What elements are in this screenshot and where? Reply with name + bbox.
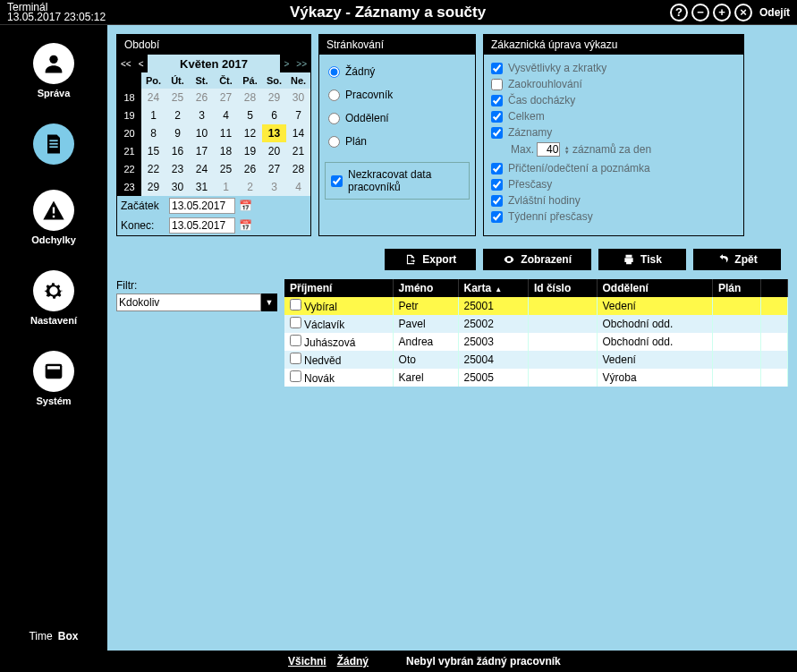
table-row[interactable]: NedvědOto25004Vedení (284, 351, 788, 369)
help-button[interactable]: ? (670, 4, 688, 21)
cal-day[interactable]: 13 (262, 124, 286, 142)
radio-plan[interactable]: Plán (325, 130, 470, 153)
cal-day[interactable]: 11 (214, 124, 238, 142)
exit-label[interactable]: Odejít (759, 6, 790, 19)
cal-day[interactable]: 6 (262, 106, 286, 124)
cal-day[interactable]: 25 (165, 89, 190, 106)
chk-vysvetlivky[interactable]: Vysvětlivky a zkratky (489, 60, 738, 76)
col-plan[interactable]: Plán (712, 279, 760, 297)
max-input[interactable] (537, 142, 560, 157)
cal-day[interactable]: 26 (238, 160, 262, 178)
radio-pracovnik[interactable]: Pracovník (325, 83, 470, 106)
cal-day[interactable]: 30 (286, 89, 310, 106)
cal-day[interactable]: 17 (190, 142, 214, 160)
table-row[interactable]: VáclavíkPavel25002Obchodní odd. (284, 315, 788, 333)
chk-cas[interactable]: Čas docházky (489, 92, 738, 108)
status-zadny[interactable]: Žádný (337, 655, 369, 668)
row-checkbox[interactable] (290, 370, 301, 382)
table-row[interactable]: JuhászováAndrea25003Obchodní odd. (284, 333, 788, 351)
col-id[interactable]: Id číslo (528, 279, 597, 297)
cal-day[interactable]: 1 (214, 178, 238, 196)
cal-day[interactable]: 25 (214, 160, 238, 178)
cal-day[interactable]: 30 (165, 178, 190, 196)
filter-input[interactable] (116, 293, 261, 311)
calendar-icon[interactable]: 📅 (239, 219, 252, 232)
cal-day[interactable]: 14 (286, 124, 310, 142)
cal-day[interactable]: 16 (165, 142, 190, 160)
cal-day[interactable]: 29 (141, 178, 165, 196)
cal-day[interactable]: 18 (214, 142, 238, 160)
cal-day[interactable]: 19 (238, 142, 262, 160)
col-oddeleni[interactable]: Oddělení (597, 279, 712, 297)
cal-day[interactable]: 22 (141, 160, 165, 178)
row-checkbox[interactable] (290, 335, 301, 346)
cal-day[interactable]: 5 (238, 106, 262, 124)
cal-day[interactable]: 15 (141, 142, 165, 160)
cal-day[interactable]: 27 (262, 160, 286, 178)
nav-odchylky[interactable]: Odchylky (31, 190, 76, 245)
cal-day[interactable]: 29 (262, 89, 286, 106)
minus-button[interactable]: − (691, 4, 709, 21)
cal-day[interactable]: 31 (190, 178, 214, 196)
zpet-button[interactable]: Zpět (693, 249, 781, 270)
col-prijmeni[interactable]: Příjmení (284, 279, 393, 297)
chk-pricteni[interactable]: Přičtení/odečtení a poznámka (489, 160, 738, 176)
cal-day[interactable]: 28 (238, 89, 262, 106)
cal-day[interactable]: 1 (141, 106, 165, 124)
cal-day[interactable]: 12 (238, 124, 262, 142)
status-vsichni[interactable]: Všichni (288, 655, 326, 668)
cal-last-button[interactable]: >> (293, 55, 310, 72)
zobrazeni-button[interactable]: Zobrazení (483, 249, 591, 270)
cal-day[interactable]: 24 (141, 89, 165, 106)
cal-day[interactable]: 2 (165, 106, 190, 124)
row-checkbox[interactable] (290, 317, 301, 328)
table-row[interactable]: VybíralPetr25001Vedení (284, 297, 788, 315)
calendar-icon[interactable]: 📅 (239, 200, 252, 212)
row-checkbox[interactable] (290, 353, 301, 364)
plus-button[interactable]: + (713, 4, 731, 21)
cal-day[interactable]: 23 (165, 160, 190, 178)
col-karta[interactable]: Karta▲ (458, 279, 528, 297)
cal-day[interactable]: 28 (286, 160, 310, 178)
radio-oddeleni[interactable]: Oddělení (325, 106, 470, 130)
cal-day[interactable]: 2 (238, 178, 262, 196)
cal-day[interactable]: 3 (262, 178, 286, 196)
chk-zaznamy[interactable]: Záznamy (489, 124, 738, 140)
row-checkbox[interactable] (290, 299, 301, 310)
nav-reports[interactable] (33, 123, 74, 165)
cal-day[interactable]: 4 (286, 178, 310, 196)
spinner-down-icon[interactable]: ▼ (564, 150, 570, 155)
chk-zaokrouhlovani[interactable]: Zaokrouhlování (489, 76, 738, 92)
cal-prev-button[interactable]: < (135, 55, 148, 72)
cal-day[interactable]: 20 (262, 142, 286, 160)
cal-next-button[interactable]: > (280, 55, 293, 72)
cal-day[interactable]: 7 (286, 106, 310, 124)
cal-day[interactable]: 3 (190, 106, 214, 124)
start-date-input[interactable] (169, 198, 235, 214)
chk-tydenni[interactable]: Týdenní přesčasy (489, 208, 738, 225)
nav-system[interactable]: Systém (33, 351, 74, 406)
export-button[interactable]: Export (385, 249, 476, 270)
nav-nastaveni[interactable]: Nastavení (30, 270, 77, 326)
nav-sprava[interactable]: Správa (33, 43, 74, 98)
radio-zadny[interactable]: Žádný (325, 60, 470, 83)
cal-first-button[interactable]: << (117, 55, 135, 72)
chk-celkem[interactable]: Celkem (489, 108, 738, 124)
cal-day[interactable]: 9 (165, 124, 190, 142)
calendar-grid[interactable]: Po.Út.St.Čt.Pá.So.Ne. 182425262728293019… (117, 72, 310, 196)
cal-day[interactable]: 4 (214, 106, 238, 124)
col-jmeno[interactable]: Jméno (393, 279, 458, 297)
chk-nezkracovat[interactable] (331, 175, 343, 187)
cal-day[interactable]: 26 (190, 89, 214, 106)
chk-prescasy[interactable]: Přesčasy (489, 176, 738, 192)
tisk-button[interactable]: Tisk (598, 249, 686, 270)
close-button[interactable]: × (734, 4, 752, 21)
cal-day[interactable]: 21 (286, 142, 310, 160)
cal-day[interactable]: 27 (214, 89, 238, 106)
cal-day[interactable]: 8 (141, 124, 165, 142)
table-row[interactable]: NovákKarel25005Výroba (284, 369, 788, 387)
chk-zvlastni[interactable]: Zvláštní hodiny (489, 192, 738, 208)
end-date-input[interactable] (169, 217, 235, 234)
cal-day[interactable]: 24 (190, 160, 214, 178)
cal-day[interactable]: 10 (190, 124, 214, 142)
